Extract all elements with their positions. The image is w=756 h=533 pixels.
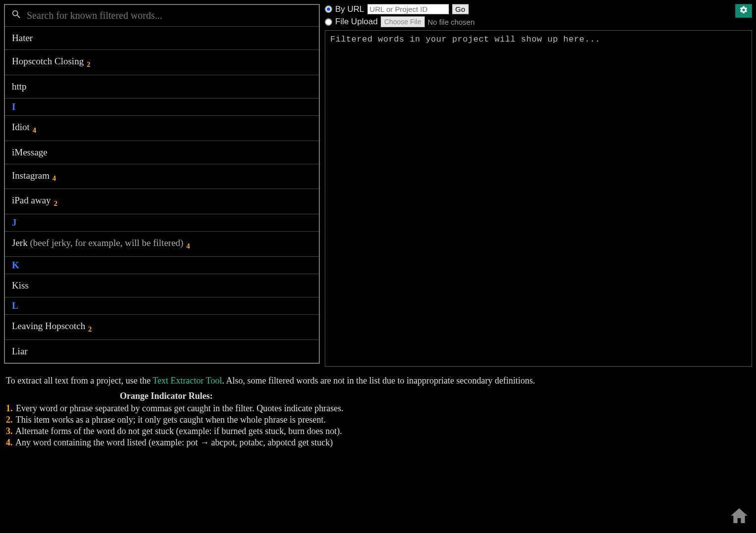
section-header: L — [5, 297, 319, 314]
filtered-words-panel: HaterHopscotch Closing 2httpIIdiot 4iMes… — [4, 4, 320, 364]
indicator-badge: 4 — [184, 242, 190, 250]
word-text: Leaving Hopscotch — [12, 321, 85, 331]
word-row[interactable]: Instagram 4 — [5, 164, 319, 189]
controls-row: By URL Go File Upload Choose File No fil… — [325, 4, 752, 27]
rule-text: Every word or phrase separated by commas… — [14, 403, 344, 413]
word-text: Jerk — [12, 238, 28, 248]
word-row[interactable]: iPad away 2 — [5, 189, 319, 214]
file-upload-radio[interactable] — [325, 18, 332, 26]
word-row[interactable]: Hopscotch Closing 2 — [5, 49, 319, 75]
choose-file-button[interactable]: Choose File — [381, 16, 425, 27]
rule-line: 1. Every word or phrase separated by com… — [6, 403, 752, 414]
indicator-badge: 2 — [52, 199, 57, 207]
gear-icon — [739, 5, 748, 17]
word-text: iPad away — [12, 195, 51, 205]
search-input[interactable] — [27, 10, 313, 21]
rules-block: Orange Indicator Rules: 1. Every word or… — [6, 391, 752, 448]
word-row[interactable]: Liar — [5, 339, 319, 363]
indicator-badge: 4 — [31, 126, 36, 134]
indicator-badge: 4 — [50, 174, 56, 182]
word-row[interactable]: Hater — [5, 27, 319, 49]
section-header: I — [5, 98, 319, 115]
word-note: (beef jerky, for example, will be filter… — [28, 238, 184, 248]
url-input[interactable] — [367, 4, 449, 14]
rule-line: 2. This item works as a phrase only; it … — [6, 415, 752, 425]
word-row[interactable]: http — [5, 75, 319, 98]
no-file-chosen-text: No file chosen — [428, 18, 475, 26]
word-text: Idiot — [12, 122, 30, 132]
word-text: Instagram — [12, 170, 50, 181]
settings-button[interactable] — [735, 4, 752, 18]
word-row[interactable]: Jerk (beef jerky, for example, will be f… — [5, 231, 319, 256]
footer-pre: To extract all text from a project, use … — [6, 376, 152, 386]
right-panel: By URL Go File Upload Choose File No fil… — [325, 4, 752, 367]
section-header: J — [5, 214, 319, 231]
by-url-line: By URL Go — [325, 4, 475, 14]
section-header: K — [5, 256, 319, 274]
word-text: http — [12, 81, 27, 92]
word-text: Kiss — [12, 280, 29, 291]
text-extractor-link[interactable]: Text Extractor Tool — [152, 376, 222, 386]
by-url-radio[interactable] — [325, 5, 332, 13]
search-row — [5, 5, 319, 27]
rule-line: 4. Any word containing the word listed (… — [6, 437, 752, 448]
file-upload-label: File Upload — [335, 17, 378, 27]
word-row[interactable]: Idiot 4 — [5, 115, 319, 141]
file-upload-line: File Upload Choose File No file chosen — [325, 16, 475, 27]
rule-number: 1. — [6, 403, 13, 413]
word-text: iMessage — [12, 147, 48, 157]
word-row[interactable]: Leaving Hopscotch 2 — [5, 314, 319, 339]
word-text: Hopscotch Closing — [12, 56, 84, 66]
word-row[interactable]: iMessage — [5, 141, 319, 164]
rule-number: 4. — [6, 437, 13, 447]
rule-number: 3. — [6, 426, 13, 436]
rule-line: 3. Alternate forms of the word do not ge… — [6, 426, 752, 436]
by-url-label: By URL — [335, 4, 364, 14]
rule-text: Any word containing the word listed (exa… — [14, 437, 333, 447]
search-icon — [11, 9, 22, 22]
rule-text: This item works as a phrase only; it onl… — [14, 415, 326, 425]
word-row[interactable]: Kiss — [5, 274, 319, 297]
footer-post: . Also, some filtered words are not in t… — [222, 376, 535, 386]
go-button[interactable]: Go — [452, 4, 469, 14]
footer-extract-text: To extract all text from a project, use … — [6, 376, 752, 386]
word-list: HaterHopscotch Closing 2httpIIdiot 4iMes… — [5, 27, 319, 363]
word-text: Liar — [12, 346, 28, 356]
results-panel: Filtered words in your project will show… — [325, 30, 752, 367]
indicator-badge: 2 — [86, 325, 92, 333]
rules-title: Orange Indicator Rules: — [120, 391, 752, 401]
word-text: Hater — [12, 33, 33, 43]
rule-number: 2. — [6, 415, 13, 425]
indicator-badge: 2 — [85, 60, 90, 68]
rule-text: Alternate forms of the word do not get s… — [14, 426, 342, 436]
